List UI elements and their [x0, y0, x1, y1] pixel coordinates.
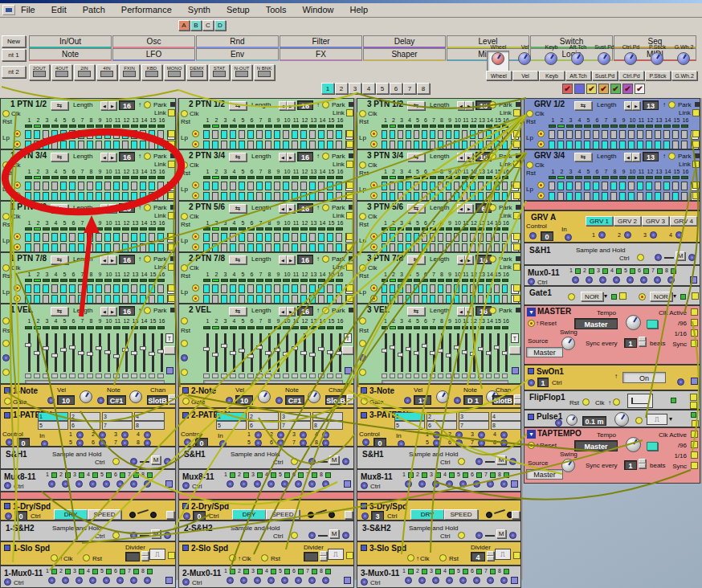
step-cell[interactable]	[283, 130, 289, 139]
row-out[interactable]	[168, 141, 175, 148]
length-dec[interactable]: ◀	[279, 204, 287, 213]
rnd-button[interactable]	[509, 346, 520, 354]
mux-input[interactable]	[103, 480, 110, 488]
fader-handle[interactable]	[34, 351, 40, 355]
step-cell[interactable]	[646, 182, 652, 190]
step-cell[interactable]	[149, 284, 155, 293]
step-cell[interactable]	[149, 295, 155, 304]
step-cell[interactable]	[131, 243, 137, 252]
step-cell[interactable]	[575, 130, 582, 139]
step-cell[interactable]	[327, 130, 333, 139]
step-cell[interactable]	[486, 182, 492, 190]
menu-help[interactable]: Help	[350, 5, 369, 14]
mux-input[interactable]	[640, 276, 647, 284]
fader-buttons[interactable]	[430, 374, 435, 378]
step-cell[interactable]	[406, 141, 411, 149]
step-cell[interactable]	[382, 130, 387, 139]
menu-window[interactable]: Window	[302, 5, 333, 14]
loop-button[interactable]: ⇆	[229, 255, 247, 264]
link-out[interactable]	[346, 109, 353, 116]
mux-input[interactable]	[473, 577, 480, 584]
chan-spinner-down[interactable]	[514, 399, 521, 404]
fader-buttons[interactable]	[43, 374, 49, 378]
step-cell[interactable]	[470, 182, 475, 190]
pattern-out[interactable]	[455, 439, 463, 447]
time-display[interactable]: 0.1 m	[582, 416, 606, 426]
fader-buttons[interactable]	[390, 374, 395, 378]
step-cell[interactable]	[557, 130, 564, 139]
row-input[interactable]	[192, 243, 199, 251]
time-input[interactable]	[555, 419, 562, 427]
mux-input[interactable]	[267, 577, 275, 584]
reset-input[interactable]	[528, 320, 535, 327]
fader-buttons[interactable]	[256, 374, 263, 378]
mux-input[interactable]	[626, 276, 634, 284]
clock-out[interactable]	[691, 441, 698, 448]
step-cell[interactable]	[60, 130, 67, 139]
step-cell[interactable]	[478, 182, 484, 190]
switch-input-1[interactable]	[308, 512, 314, 518]
out-connector[interactable]	[2, 369, 10, 376]
rst-input[interactable]	[83, 554, 90, 561]
signal-output[interactable]	[688, 254, 696, 261]
step-cell[interactable]	[230, 295, 236, 304]
step-cell[interactable]	[78, 141, 84, 149]
fader-handle[interactable]	[486, 351, 492, 355]
length-value[interactable]: 16	[297, 100, 313, 110]
step-cell[interactable]	[60, 284, 67, 293]
in-input[interactable]	[398, 440, 405, 447]
signal-output[interactable]	[342, 532, 349, 539]
step-cell[interactable]	[406, 243, 411, 252]
step-cell[interactable]	[25, 295, 31, 304]
switch-output[interactable]	[512, 511, 520, 519]
step-cell[interactable]	[265, 295, 271, 304]
step-cell[interactable]	[203, 284, 210, 293]
trig-input[interactable]	[635, 417, 643, 424]
park-radio[interactable]	[668, 101, 675, 108]
step-cell[interactable]	[292, 192, 298, 201]
loop-button[interactable]: ⇆	[229, 204, 247, 213]
gate1-output[interactable]	[619, 292, 626, 300]
step-cell[interactable]	[113, 284, 120, 293]
in-input[interactable]	[565, 234, 572, 241]
clk-input[interactable]	[613, 398, 620, 406]
palette-2out[interactable]: 2OUT	[29, 64, 50, 80]
length-dec[interactable]: ◀	[457, 307, 465, 316]
fader-handle[interactable]	[283, 352, 289, 356]
mux-input[interactable]	[572, 276, 579, 284]
pattern-out[interactable]	[300, 431, 307, 439]
shape-dropdown[interactable]: ▾	[669, 415, 672, 423]
swing-knob[interactable]	[561, 337, 575, 350]
pattern-out[interactable]	[76, 431, 84, 439]
fader-handle[interactable]	[239, 349, 245, 353]
step-cell[interactable]	[309, 130, 316, 139]
step-cell[interactable]	[131, 141, 137, 149]
step-cell[interactable]	[212, 130, 218, 139]
step-cell[interactable]	[78, 243, 84, 252]
fader-handle[interactable]	[390, 345, 395, 349]
step-cell[interactable]	[256, 233, 263, 242]
link-out[interactable]	[168, 161, 175, 168]
loop-button[interactable]: ⇆	[407, 204, 425, 213]
fader-handle[interactable]	[309, 353, 316, 357]
step-cell[interactable]	[104, 284, 111, 293]
mux-input[interactable]	[322, 577, 329, 584]
length-inc[interactable]: ▶	[287, 307, 295, 316]
step-cell[interactable]	[78, 284, 84, 293]
row-out[interactable]	[692, 182, 700, 189]
mux-input[interactable]	[62, 577, 69, 584]
step-cell[interactable]	[203, 130, 210, 139]
fader-handle[interactable]	[203, 347, 210, 351]
step-cell[interactable]	[446, 130, 451, 139]
step-cell[interactable]	[422, 243, 427, 252]
row-input[interactable]	[370, 284, 378, 292]
ctrl-input[interactable]	[181, 354, 188, 361]
step-cell[interactable]	[247, 141, 254, 149]
step-cell[interactable]	[398, 141, 403, 149]
control-display[interactable]: 0	[541, 231, 553, 241]
source-display[interactable]: Master	[526, 469, 563, 480]
park-radio[interactable]	[489, 153, 496, 160]
row-input[interactable]	[14, 233, 21, 240]
step-cell[interactable]	[283, 141, 289, 149]
step-cell[interactable]	[486, 243, 492, 252]
